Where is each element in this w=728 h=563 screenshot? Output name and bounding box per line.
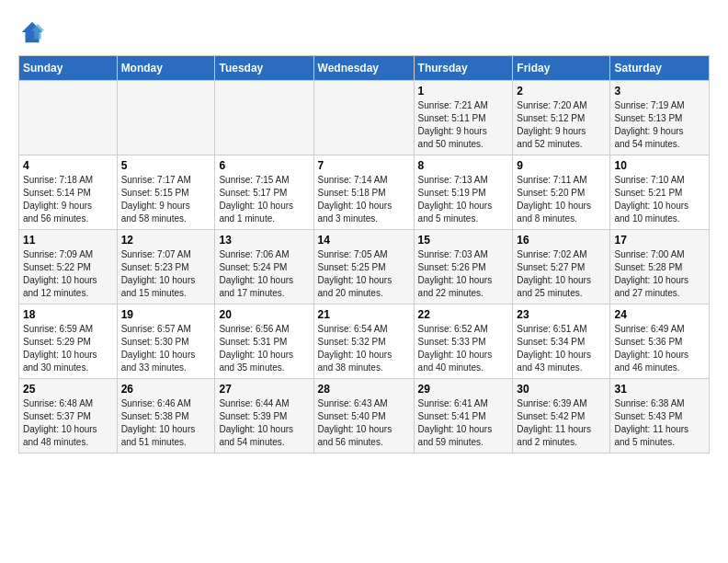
- day-cell: 3Sunrise: 7:19 AM Sunset: 5:13 PM Daylig…: [610, 81, 710, 155]
- day-number: 18: [23, 308, 113, 321]
- day-number: 29: [418, 383, 509, 396]
- day-info: Sunrise: 6:51 AM Sunset: 5:34 PM Dayligh…: [517, 323, 606, 374]
- day-number: 2: [517, 85, 606, 98]
- day-info: Sunrise: 7:03 AM Sunset: 5:26 PM Dayligh…: [418, 248, 509, 300]
- day-info: Sunrise: 7:19 AM Sunset: 5:13 PM Dayligh…: [614, 99, 705, 151]
- day-cell: 24Sunrise: 6:49 AM Sunset: 5:36 PM Dayli…: [610, 304, 710, 379]
- day-info: Sunrise: 6:56 AM Sunset: 5:31 PM Dayligh…: [219, 323, 309, 374]
- day-info: Sunrise: 6:57 AM Sunset: 5:30 PM Dayligh…: [121, 323, 211, 374]
- day-cell: 13Sunrise: 7:06 AM Sunset: 5:24 PM Dayli…: [215, 230, 313, 304]
- day-info: Sunrise: 7:20 AM Sunset: 5:12 PM Dayligh…: [517, 99, 606, 151]
- day-number: 23: [517, 308, 606, 321]
- day-number: 17: [614, 234, 705, 247]
- day-cell: 10Sunrise: 7:10 AM Sunset: 5:21 PM Dayli…: [610, 155, 710, 230]
- day-number: 26: [121, 383, 211, 396]
- day-info: Sunrise: 7:21 AM Sunset: 5:11 PM Dayligh…: [418, 99, 509, 151]
- day-info: Sunrise: 7:17 AM Sunset: 5:15 PM Dayligh…: [121, 174, 211, 225]
- day-cell: 17Sunrise: 7:00 AM Sunset: 5:28 PM Dayli…: [610, 230, 710, 304]
- day-info: Sunrise: 7:14 AM Sunset: 5:18 PM Dayligh…: [318, 174, 410, 225]
- day-cell: 31Sunrise: 6:38 AM Sunset: 5:43 PM Dayli…: [610, 379, 710, 454]
- day-number: 19: [121, 308, 211, 321]
- day-cell: [215, 81, 313, 155]
- week-row-4: 18Sunrise: 6:59 AM Sunset: 5:29 PM Dayli…: [19, 304, 710, 379]
- day-number: 5: [121, 159, 211, 172]
- day-cell: 2Sunrise: 7:20 AM Sunset: 5:12 PM Daylig…: [513, 81, 610, 155]
- day-cell: 18Sunrise: 6:59 AM Sunset: 5:29 PM Dayli…: [19, 304, 118, 379]
- day-number: 9: [517, 159, 606, 172]
- day-cell: [117, 81, 215, 155]
- day-number: 11: [23, 234, 113, 247]
- page-header: [18, 18, 710, 46]
- day-info: Sunrise: 7:10 AM Sunset: 5:21 PM Dayligh…: [614, 174, 705, 225]
- day-cell: [313, 81, 414, 155]
- header-cell-friday: Friday: [513, 56, 610, 81]
- day-number: 28: [318, 383, 410, 396]
- day-cell: 6Sunrise: 7:15 AM Sunset: 5:17 PM Daylig…: [215, 155, 313, 230]
- day-number: 4: [23, 159, 113, 172]
- calendar-table: SundayMondayTuesdayWednesdayThursdayFrid…: [18, 55, 710, 454]
- day-cell: 14Sunrise: 7:05 AM Sunset: 5:25 PM Dayli…: [313, 230, 414, 304]
- day-cell: 23Sunrise: 6:51 AM Sunset: 5:34 PM Dayli…: [513, 304, 610, 379]
- day-number: 20: [219, 308, 309, 321]
- day-number: 3: [614, 85, 705, 98]
- day-cell: 7Sunrise: 7:14 AM Sunset: 5:18 PM Daylig…: [313, 155, 414, 230]
- day-number: 31: [614, 383, 705, 396]
- day-cell: 26Sunrise: 6:46 AM Sunset: 5:38 PM Dayli…: [117, 379, 215, 454]
- day-info: Sunrise: 6:52 AM Sunset: 5:33 PM Dayligh…: [418, 323, 509, 374]
- day-number: 24: [614, 308, 705, 321]
- day-cell: 29Sunrise: 6:41 AM Sunset: 5:41 PM Dayli…: [414, 379, 513, 454]
- day-number: 21: [318, 308, 410, 321]
- header-cell-saturday: Saturday: [610, 56, 710, 81]
- day-number: 12: [121, 234, 211, 247]
- day-info: Sunrise: 6:54 AM Sunset: 5:32 PM Dayligh…: [318, 323, 410, 374]
- day-cell: 21Sunrise: 6:54 AM Sunset: 5:32 PM Dayli…: [313, 304, 414, 379]
- day-info: Sunrise: 7:15 AM Sunset: 5:17 PM Dayligh…: [219, 174, 309, 225]
- day-info: Sunrise: 7:06 AM Sunset: 5:24 PM Dayligh…: [219, 248, 309, 300]
- header-row: SundayMondayTuesdayWednesdayThursdayFrid…: [19, 56, 710, 81]
- day-info: Sunrise: 6:59 AM Sunset: 5:29 PM Dayligh…: [23, 323, 113, 374]
- header-cell-monday: Monday: [117, 56, 215, 81]
- day-info: Sunrise: 7:00 AM Sunset: 5:28 PM Dayligh…: [614, 248, 705, 300]
- day-cell: 19Sunrise: 6:57 AM Sunset: 5:30 PM Dayli…: [117, 304, 215, 379]
- logo-icon: [18, 18, 46, 46]
- header-cell-wednesday: Wednesday: [313, 56, 414, 81]
- day-cell: 8Sunrise: 7:13 AM Sunset: 5:19 PM Daylig…: [414, 155, 513, 230]
- day-cell: 5Sunrise: 7:17 AM Sunset: 5:15 PM Daylig…: [117, 155, 215, 230]
- day-cell: 25Sunrise: 6:48 AM Sunset: 5:37 PM Dayli…: [19, 379, 118, 454]
- day-info: Sunrise: 6:41 AM Sunset: 5:41 PM Dayligh…: [418, 397, 509, 449]
- day-number: 7: [318, 159, 410, 172]
- day-number: 22: [418, 308, 509, 321]
- day-number: 1: [418, 85, 509, 98]
- day-number: 13: [219, 234, 309, 247]
- day-cell: 30Sunrise: 6:39 AM Sunset: 5:42 PM Dayli…: [513, 379, 610, 454]
- day-cell: 15Sunrise: 7:03 AM Sunset: 5:26 PM Dayli…: [414, 230, 513, 304]
- day-cell: 20Sunrise: 6:56 AM Sunset: 5:31 PM Dayli…: [215, 304, 313, 379]
- day-cell: 27Sunrise: 6:44 AM Sunset: 5:39 PM Dayli…: [215, 379, 313, 454]
- header-cell-thursday: Thursday: [414, 56, 513, 81]
- day-info: Sunrise: 6:48 AM Sunset: 5:37 PM Dayligh…: [23, 397, 113, 449]
- day-number: 15: [418, 234, 509, 247]
- day-info: Sunrise: 7:05 AM Sunset: 5:25 PM Dayligh…: [318, 248, 410, 300]
- day-cell: 12Sunrise: 7:07 AM Sunset: 5:23 PM Dayli…: [117, 230, 215, 304]
- header-cell-tuesday: Tuesday: [215, 56, 313, 81]
- day-number: 27: [219, 383, 309, 396]
- day-cell: 1Sunrise: 7:21 AM Sunset: 5:11 PM Daylig…: [414, 81, 513, 155]
- day-info: Sunrise: 6:39 AM Sunset: 5:42 PM Dayligh…: [517, 397, 606, 449]
- week-row-3: 11Sunrise: 7:09 AM Sunset: 5:22 PM Dayli…: [19, 230, 710, 304]
- day-cell: 22Sunrise: 6:52 AM Sunset: 5:33 PM Dayli…: [414, 304, 513, 379]
- week-row-2: 4Sunrise: 7:18 AM Sunset: 5:14 PM Daylig…: [19, 155, 710, 230]
- day-info: Sunrise: 7:02 AM Sunset: 5:27 PM Dayligh…: [517, 248, 606, 300]
- day-cell: 11Sunrise: 7:09 AM Sunset: 5:22 PM Dayli…: [19, 230, 118, 304]
- day-number: 10: [614, 159, 705, 172]
- day-number: 6: [219, 159, 309, 172]
- day-info: Sunrise: 7:18 AM Sunset: 5:14 PM Dayligh…: [23, 174, 113, 225]
- day-info: Sunrise: 6:44 AM Sunset: 5:39 PM Dayligh…: [219, 397, 309, 449]
- day-info: Sunrise: 7:13 AM Sunset: 5:19 PM Dayligh…: [418, 174, 509, 225]
- day-info: Sunrise: 6:46 AM Sunset: 5:38 PM Dayligh…: [121, 397, 211, 449]
- day-info: Sunrise: 7:09 AM Sunset: 5:22 PM Dayligh…: [23, 248, 113, 300]
- day-info: Sunrise: 7:07 AM Sunset: 5:23 PM Dayligh…: [121, 248, 211, 300]
- day-info: Sunrise: 6:38 AM Sunset: 5:43 PM Dayligh…: [614, 397, 705, 449]
- day-cell: [19, 81, 118, 155]
- logo: [18, 18, 50, 46]
- day-number: 30: [517, 383, 606, 396]
